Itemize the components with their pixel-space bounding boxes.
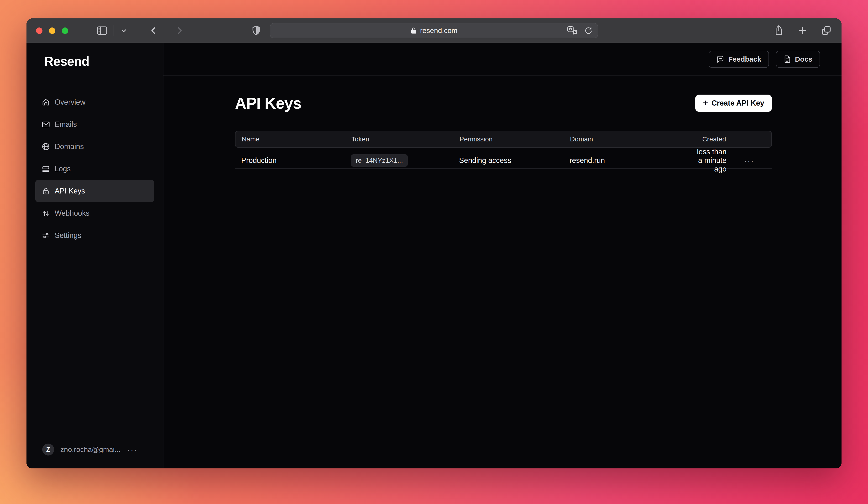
sidebar: Resend Overview [27,43,163,468]
sidebar-toggle-icon[interactable] [97,26,107,35]
sidebar-item-label: Logs [55,164,71,173]
resend-app: Resend Overview [27,43,841,468]
toolbar-separator [114,25,114,36]
column-header-created: Created [694,135,726,143]
share-icon[interactable] [774,25,784,36]
sidebar-item-label: Webhooks [55,209,90,218]
new-tab-icon[interactable] [798,26,807,36]
create-api-key-button[interactable]: + Create API Key [695,94,772,112]
user-email: zno.rocha@gmai... [60,445,121,454]
sliders-icon [41,231,50,240]
avatar: Z [42,444,54,455]
api-keys-table: Name Token Permission Domain Created Pro… [235,131,772,169]
plus-icon: + [703,98,708,107]
sidebar-item-api-keys[interactable]: API Keys [35,180,154,202]
page-title: API Keys [235,94,301,112]
logs-icon [41,164,50,173]
create-api-key-label: Create API Key [712,99,764,108]
feedback-button[interactable]: Feedback [709,51,769,68]
sidebar-item-label: Overview [55,98,85,107]
url-text: resend.com [420,27,458,34]
api-key-name: Production [235,156,345,165]
main-area: Feedback Docs [163,43,841,468]
lock-icon [41,187,50,195]
arrows-up-down-icon [41,209,50,218]
browser-toolbar: resend.com [27,18,841,43]
column-header-name: Name [236,135,345,143]
api-key-permission: Sending access [453,156,563,165]
sidebar-item-label: Settings [55,231,81,240]
mail-icon [41,120,50,129]
column-header-domain: Domain [564,135,694,143]
api-key-domain: resend.run [563,156,693,165]
sidebar-item-logs[interactable]: Logs [35,158,154,180]
column-header-token: Token [345,135,453,143]
minimize-window-button[interactable] [49,28,55,34]
user-account-row[interactable]: Z zno.rocha@gmai... ··· [35,444,154,455]
sidebar-item-label: API Keys [55,187,85,195]
column-header-permission: Permission [453,135,564,143]
window-controls [36,28,68,34]
back-button-icon[interactable] [149,26,158,36]
address-bar[interactable]: resend.com [270,23,598,38]
sidebar-item-domains[interactable]: Domains [35,135,154,158]
zoom-window-button[interactable] [62,28,68,34]
feedback-bubble-icon [716,55,724,63]
browser-window: resend.com [27,18,841,468]
translate-icon[interactable] [567,26,578,35]
reload-icon[interactable] [584,26,592,36]
api-key-created: less than a minute ago [693,148,726,173]
sidebar-nav: Overview Emails [35,91,154,246]
globe-icon [41,142,50,151]
table-header: Name Token Permission Domain Created [235,131,772,148]
forward-button-icon[interactable] [175,26,184,36]
sidebar-item-settings[interactable]: Settings [35,224,154,246]
sidebar-item-label: Domains [55,142,84,151]
chevron-down-icon[interactable] [120,27,127,34]
close-window-button[interactable] [36,28,42,34]
docs-button[interactable]: Docs [776,51,820,68]
tab-overview-icon[interactable] [821,25,831,36]
row-menu-ellipsis-icon[interactable]: ··· [726,156,772,165]
docs-page-icon [784,55,791,63]
sidebar-item-overview[interactable]: Overview [35,91,154,113]
table-row: Production re_14NYz1X1... Sending access… [235,148,772,169]
privacy-shield-icon[interactable] [251,25,261,36]
api-keys-page: API Keys + Create API Key Name Token Per… [163,76,841,169]
resend-logo: Resend [44,54,154,69]
sidebar-item-label: Emails [55,120,77,129]
home-icon [41,98,50,107]
api-key-token-chip[interactable]: re_14NYz1X1... [351,154,408,167]
sidebar-item-emails[interactable]: Emails [35,113,154,135]
lock-icon [411,27,417,34]
desktop-background: resend.com [0,0,868,504]
user-menu-ellipsis-icon[interactable]: ··· [127,447,137,452]
top-header: Feedback Docs [163,43,841,76]
sidebar-item-webhooks[interactable]: Webhooks [35,202,154,224]
docs-button-label: Docs [795,55,813,63]
feedback-button-label: Feedback [728,55,761,63]
